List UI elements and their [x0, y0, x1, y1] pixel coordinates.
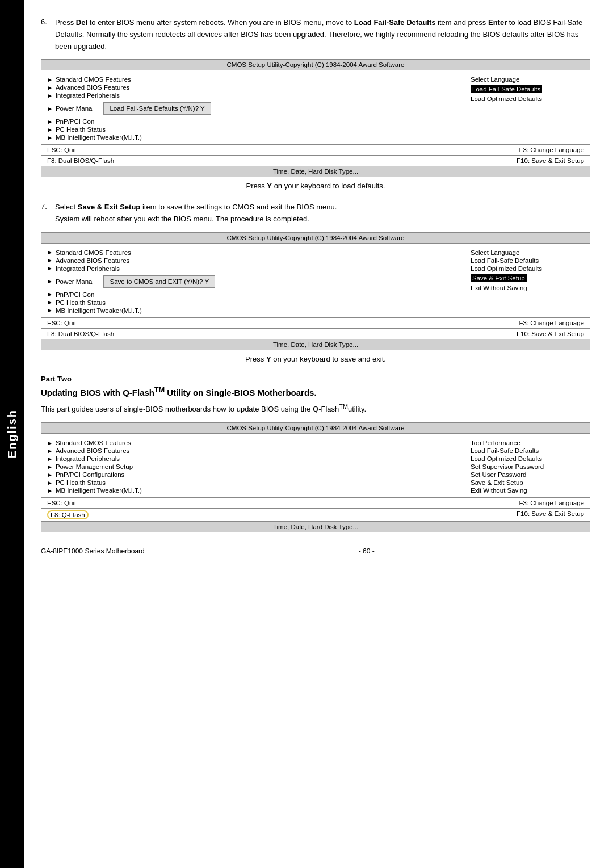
bios3-right-6: Save & Exit Setup: [471, 479, 584, 486]
bios1-item-3: ► Integrated Peripherals: [47, 92, 459, 99]
step6-text: Press Del to enter BIOS menu after syste…: [55, 17, 590, 52]
bios2-item-label-4: Power Mana: [56, 278, 93, 285]
bios1-item-label-1: Standard CMOS Features: [56, 76, 131, 83]
bios2-body: ► Standard CMOS Features ► Advanced BIOS…: [41, 244, 590, 317]
bios2-f8: F8: Dual BIOS/Q-Flash: [47, 330, 114, 337]
bios3-item-7: ► MB Intelligent Tweaker(M.I.T.): [47, 487, 459, 494]
bios3-title: CMOS Setup Utility-Copyright (C) 1984-20…: [41, 423, 590, 434]
bios1-item-label-7: MB Intelligent Tweaker(M.I.T.): [56, 134, 142, 141]
bios1-bottom2: F8: Dual BIOS/Q-Flash F10: Save & Exit S…: [41, 155, 590, 166]
bios1-f8: F8: Dual BIOS/Q-Flash: [47, 157, 114, 164]
bios3-f10: F10: Save & Exit Setup: [517, 510, 584, 519]
bios3-body: ► Standard CMOS Features ► Advanced BIOS…: [41, 434, 590, 497]
bios1-item-6: ► PC Health Status: [47, 126, 459, 133]
step6-number: 6.: [41, 17, 55, 52]
bios3-right-1: Top Performance: [471, 439, 584, 446]
bios2-left: ► Standard CMOS Features ► Advanced BIOS…: [41, 248, 465, 315]
bios1-bottom: ESC: Quit F3: Change Language: [41, 144, 590, 155]
bios1-dialog: Load Fail-Safe Defaults (Y/N)? Y: [103, 102, 211, 115]
bios2-item-6: ► PC Health Status: [47, 299, 459, 306]
side-tab: English: [0, 0, 24, 868]
arrow-icon-3: ►: [47, 93, 53, 99]
section-title: Updating BIOS with Q-FlashTM Utility on …: [41, 386, 590, 397]
side-tab-label: English: [6, 409, 19, 458]
arrow-icon-5: ►: [47, 119, 53, 125]
bios3-item-4: ► Power Management Setup: [47, 463, 459, 470]
footer-left: GA-8IPE1000 Series Motherboard: [41, 547, 145, 555]
bios3-item-label-2: Advanced BIOS Features: [56, 447, 129, 454]
step6-row: 6. Press Del to enter BIOS menu after sy…: [41, 17, 590, 52]
bios2-right-4: Save & Exit Setup: [471, 274, 527, 282]
bios1-f3: F3: Change Language: [519, 146, 584, 153]
bios2-item-4: ► Power Mana Save to CMOS and EXIT (Y/N)…: [47, 273, 459, 290]
section-desc: This part guides users of single-BIOS mo…: [41, 402, 590, 416]
arrow3-icon-3: ►: [47, 456, 53, 462]
bios1-f10: F10: Save & Exit Setup: [517, 157, 584, 164]
arrow-icon-2: ►: [47, 85, 53, 91]
arrow-icon-1: ►: [47, 77, 53, 83]
bios2-bottom2: F8: Dual BIOS/Q-Flash F10: Save & Exit S…: [41, 328, 590, 339]
caption2: Press Y on your keyboard to save and exi…: [41, 355, 590, 363]
bios1-right-2: Load Fail-Safe Defaults: [471, 85, 542, 93]
bios-screenshot-2: CMOS Setup Utility-Copyright (C) 1984-20…: [41, 232, 590, 350]
bios2-right-1: Select Language: [471, 249, 584, 256]
step7-text: Select Save & Exit Setup item to save th…: [55, 202, 337, 225]
bios3-right-5: Set User Password: [471, 471, 584, 478]
bios3-item-label-5: PnP/PCI Configurations: [56, 471, 124, 478]
arrow2-icon-4: ►: [47, 278, 53, 284]
bios3-f8: F8: Q-Flash: [47, 510, 89, 519]
bios2-item-label-2: Advanced BIOS Features: [56, 257, 129, 264]
bios2-dialog: Save to CMOS and EXIT (Y/N)? Y: [103, 275, 215, 288]
step7-block: 7. Select Save & Exit Setup item to save…: [41, 202, 590, 363]
bios3-bottom: ESC: Quit F3: Change Language: [41, 497, 590, 508]
bios1-title: CMOS Setup Utility-Copyright (C) 1984-20…: [41, 60, 590, 70]
bios3-item-2: ► Advanced BIOS Features: [47, 447, 459, 454]
arrow-icon-7: ►: [47, 135, 53, 141]
arrow3-icon-2: ►: [47, 448, 53, 454]
bios-screenshot-1: CMOS Setup Utility-Copyright (C) 1984-20…: [41, 59, 590, 177]
bios2-footer: Time, Date, Hard Disk Type...: [41, 339, 590, 350]
arrow-icon-6: ►: [47, 127, 53, 133]
bios2-f10: F10: Save & Exit Setup: [517, 330, 584, 337]
bios1-item-5: ► PnP/PCI Con: [47, 118, 459, 125]
bios3-esc: ESC: Quit: [47, 500, 76, 506]
bios3-left: ► Standard CMOS Features ► Advanced BIOS…: [41, 438, 465, 495]
arrow2-icon-6: ►: [47, 299, 53, 305]
page-footer: GA-8IPE1000 Series Motherboard - 60 -: [41, 544, 590, 555]
bios2-item-label-1: Standard CMOS Features: [56, 249, 131, 256]
bios2-right-5: Exit Without Saving: [471, 284, 584, 291]
bios2-item-label-7: MB Intelligent Tweaker(M.I.T.): [56, 307, 142, 314]
bios3-f3: F3: Change Language: [519, 500, 584, 506]
bios1-footer: Time, Date, Hard Disk Type...: [41, 166, 590, 177]
arrow2-icon-1: ►: [47, 249, 53, 255]
bios1-item-1: ► Standard CMOS Features: [47, 76, 459, 83]
bios1-left: ► Standard CMOS Features ► Advanced BIOS…: [41, 75, 465, 142]
bios1-esc: ESC: Quit: [47, 146, 76, 153]
section-title-text: Updating BIOS with Q-FlashTM Utility on …: [41, 388, 317, 397]
arrow2-icon-7: ►: [47, 307, 53, 313]
bios1-item-label-4: Power Mana: [56, 105, 93, 112]
arrow2-icon-2: ►: [47, 257, 53, 263]
part-two-heading: Part Two: [41, 375, 590, 383]
main-content: 6. Press Del to enter BIOS menu after sy…: [24, 0, 613, 868]
step7-number: 7.: [41, 202, 55, 225]
bios1-item-label-5: PnP/PCI Con: [56, 118, 94, 125]
bios2-right-3: Load Optimized Defaults: [471, 265, 584, 272]
bios1-item-label-2: Advanced BIOS Features: [56, 84, 129, 91]
bios2-bottom: ESC: Quit F3: Change Language: [41, 317, 590, 328]
bios2-item-1: ► Standard CMOS Features: [47, 249, 459, 256]
arrow3-icon-6: ►: [47, 480, 53, 486]
bios1-item-7: ► MB Intelligent Tweaker(M.I.T.): [47, 134, 459, 141]
arrow3-icon-4: ►: [47, 464, 53, 470]
bios2-item-label-6: PC Health Status: [56, 299, 106, 306]
arrow2-icon-5: ►: [47, 291, 53, 297]
bios2-esc: ESC: Quit: [47, 320, 76, 326]
arrow2-icon-3: ►: [47, 265, 53, 271]
arrow3-icon-1: ►: [47, 440, 53, 446]
bios3-item-label-1: Standard CMOS Features: [56, 439, 131, 446]
bios2-right-2: Load Fail-Safe Defaults: [471, 257, 584, 264]
bios3-right-7: Exit Without Saving: [471, 487, 584, 494]
bios3-item-6: ► PC Health Status: [47, 479, 459, 486]
bios3-right-3: Load Optimized Defaults: [471, 455, 584, 462]
step7-row: 7. Select Save & Exit Setup item to save…: [41, 202, 590, 225]
